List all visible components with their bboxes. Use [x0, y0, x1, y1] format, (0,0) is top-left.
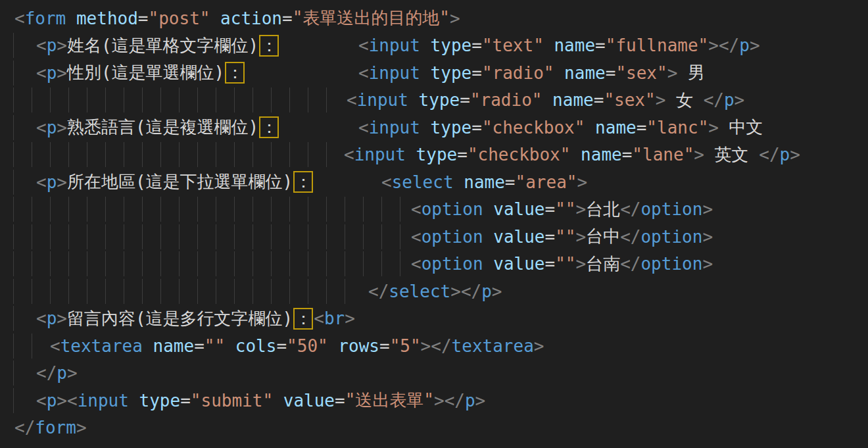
- unicode-highlight-colon: ：: [259, 35, 279, 57]
- token-space: [483, 199, 494, 219]
- code-line[interactable]: <p>熟悉語言(這是複選欄位)：<input type="checkbox" n…: [0, 114, 868, 141]
- token-bracket: <: [36, 309, 47, 328]
- code-line[interactable]: <option value="">台中</option>: [0, 223, 868, 251]
- code-line[interactable]: <option value="">台南</option>: [0, 251, 868, 278]
- token-text: 姓名(這是單格文字欄位): [67, 34, 258, 57]
- token-tag-name: input: [369, 118, 420, 137]
- token-bracket: </: [14, 418, 35, 437]
- token-tag-name: p: [724, 90, 735, 110]
- token-bracket: <: [411, 199, 422, 219]
- code-segment: <input type="text" name="fullname"></p>: [358, 32, 760, 60]
- token-text: 女: [665, 89, 703, 112]
- token-attribute-name: method: [76, 9, 138, 28]
- token-attribute-name: type: [431, 36, 472, 55]
- token-operator: =: [545, 227, 556, 247]
- token-bracket: >: [656, 90, 666, 110]
- token-text: 台北: [586, 198, 620, 221]
- token-tag-name: input: [357, 90, 408, 110]
- token-tag-name: input: [78, 391, 129, 411]
- token-tag-name: p: [47, 172, 57, 192]
- token-space: [408, 90, 419, 110]
- token-string: "submit": [191, 391, 273, 411]
- token-bracket: </: [620, 227, 640, 247]
- code-line[interactable]: </select></p>: [0, 278, 868, 305]
- indent-guides: [13, 224, 404, 249]
- code-line[interactable]: <p>留言內容(這是多行文字欄位)：<br>: [0, 305, 868, 333]
- token-attribute-name: name: [552, 90, 594, 110]
- unicode-highlight-colon: ：: [225, 62, 245, 84]
- token-bracket: >: [345, 309, 355, 328]
- code-segment: <p>性別(這是單選欄位)：: [36, 59, 245, 87]
- token-bracket: >: [790, 145, 800, 164]
- code-editor[interactable]: <form method="post" action="表單送出的目的地"><p…: [0, 0, 868, 448]
- token-bracket: ></: [421, 336, 452, 356]
- code-segment: <textarea name="" cols="50" rows="5"></t…: [50, 332, 544, 360]
- indent-guides: [13, 361, 14, 386]
- token-space: [420, 63, 431, 83]
- token-bracket: <: [347, 90, 357, 110]
- token-bracket: <: [358, 118, 369, 137]
- token-space: [328, 336, 339, 356]
- token-tag-name: p: [47, 309, 57, 328]
- token-bracket: >: [708, 118, 719, 137]
- token-tag-name: p: [57, 363, 67, 383]
- token-string: "checkbox": [468, 145, 571, 164]
- code-line[interactable]: </p>: [0, 360, 868, 387]
- code-line[interactable]: </form>: [0, 414, 868, 442]
- code-segment: <p>姓名(這是單格文字欄位)：: [36, 32, 279, 60]
- token-string: "text": [482, 36, 544, 55]
- indent-guides: [13, 170, 14, 195]
- token-bracket: <: [36, 172, 47, 192]
- code-segment: <select name="area">: [381, 168, 587, 196]
- token-bracket: >: [702, 254, 713, 274]
- token-attribute-name: name: [554, 36, 595, 55]
- token-bracket: <: [50, 336, 60, 356]
- code-segment: <option value="">台中</option>: [411, 223, 713, 251]
- token-attribute-name: type: [416, 145, 458, 164]
- indent-guides: [13, 306, 14, 331]
- token-tag-name: p: [47, 36, 57, 55]
- token-text: 熟悉語言(這是複選欄位): [67, 116, 258, 139]
- token-tag-name: p: [47, 391, 57, 411]
- code-line[interactable]: <p>性別(這是單選欄位)：<input type="radio" name="…: [0, 59, 868, 87]
- token-operator: =: [637, 118, 647, 137]
- token-bracket: >: [57, 36, 67, 55]
- token-bracket: >: [702, 199, 713, 219]
- token-bracket: <: [36, 391, 47, 411]
- token-bracket: >: [750, 36, 760, 55]
- token-text: 中文: [719, 116, 763, 139]
- code-line[interactable]: <option value="">台北</option>: [0, 196, 868, 224]
- token-bracket: ></: [708, 36, 739, 55]
- token-string: "5": [390, 336, 421, 356]
- token-tag-name: br: [324, 309, 345, 328]
- code-line[interactable]: <p>姓名(這是單格文字欄位)：<input type="text" name=…: [0, 32, 868, 60]
- token-attribute-name: value: [493, 227, 544, 247]
- token-string: "sex": [615, 63, 667, 83]
- token-attribute-name: value: [283, 391, 335, 411]
- token-bracket: ></: [434, 391, 465, 411]
- code-line[interactable]: <textarea name="" cols="50" rows="5"></t…: [0, 332, 868, 360]
- code-segment: </select></p>: [368, 278, 502, 305]
- token-operator: =: [457, 145, 468, 164]
- unicode-highlight-colon: ：: [293, 308, 313, 330]
- token-bracket: >: [735, 90, 745, 110]
- token-tag-name: input: [354, 145, 406, 164]
- code-line[interactable]: <form method="post" action="表單送出的目的地">: [0, 5, 868, 32]
- token-tag-name: form: [25, 9, 66, 28]
- token-bracket: >: [475, 391, 486, 411]
- token-operator: =: [595, 36, 606, 55]
- code-line[interactable]: <p>所在地區(這是下拉選單欄位)：<select name="area">: [0, 168, 868, 196]
- token-bracket: >: [57, 309, 67, 328]
- token-operator: =: [282, 9, 293, 28]
- token-attribute-name: type: [419, 90, 460, 110]
- code-segment: </p>: [36, 360, 78, 387]
- code-line[interactable]: <input type="checkbox" name="lane"> 英文 <…: [0, 141, 868, 169]
- token-space: [225, 336, 235, 356]
- token-tag-name: p: [481, 282, 492, 301]
- code-line[interactable]: <p><input type="submit" value="送出表單"></p…: [0, 387, 868, 414]
- token-bracket: >: [577, 172, 587, 192]
- token-bracket: >: [575, 227, 586, 247]
- token-string: "lane": [632, 145, 694, 164]
- token-bracket: <: [314, 309, 324, 328]
- code-line[interactable]: <input type="radio" name="sex"> 女 </p>: [0, 87, 868, 114]
